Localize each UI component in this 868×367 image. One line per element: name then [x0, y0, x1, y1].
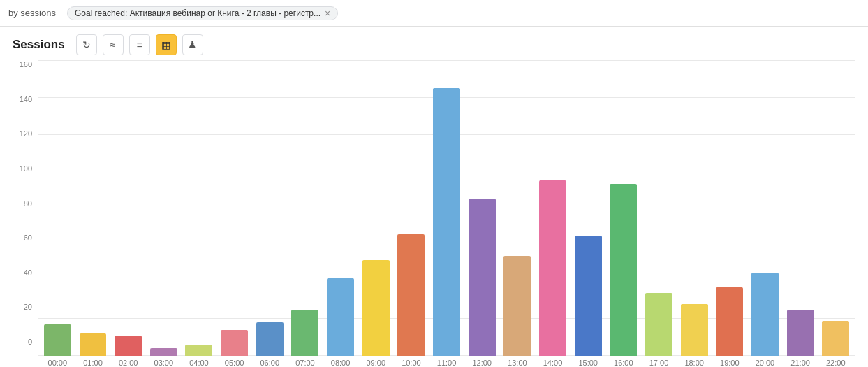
bar	[610, 184, 637, 356]
bar	[751, 273, 779, 356]
bar-group[interactable]	[536, 60, 570, 356]
chart-area: 160140120100806040200 00:0001:0002:0003:…	[0, 60, 868, 367]
bar-group[interactable]	[748, 60, 782, 356]
bar-group[interactable]	[323, 60, 358, 356]
x-label: 05:00	[217, 359, 251, 367]
y-label: 80	[24, 199, 32, 208]
y-label: 40	[24, 268, 32, 277]
bar	[822, 321, 849, 356]
bar	[681, 304, 708, 356]
x-label: 21:00	[784, 359, 818, 367]
bar-group[interactable]	[182, 60, 216, 356]
bar-group[interactable]	[677, 60, 712, 356]
x-label: 07:00	[288, 359, 323, 367]
bar-group[interactable]	[359, 60, 393, 356]
bar	[291, 310, 318, 356]
bar-group[interactable]	[818, 60, 853, 356]
bar-group[interactable]	[429, 60, 464, 356]
y-label: 60	[24, 233, 32, 242]
bar	[787, 310, 814, 356]
x-label: 06:00	[253, 359, 287, 367]
x-label: 13:00	[501, 359, 535, 367]
grid-and-bars	[38, 60, 855, 356]
chart-inner: 00:0001:0002:0003:0004:0005:0006:0007:00…	[38, 60, 855, 367]
x-label: 12:00	[465, 359, 499, 367]
user-button[interactable]: ♟	[182, 34, 203, 55]
bar-group[interactable]	[76, 60, 110, 356]
user-icon: ♟	[188, 39, 197, 50]
x-label: 01:00	[76, 359, 110, 367]
x-label: 18:00	[677, 359, 712, 367]
filter-button[interactable]: ≡	[129, 34, 150, 55]
bar	[433, 88, 460, 356]
bar-chart-button[interactable]: ▦	[156, 34, 177, 55]
bar	[645, 293, 672, 356]
x-label: 00:00	[41, 359, 75, 367]
bar-group[interactable]	[41, 60, 75, 356]
bar-group[interactable]	[465, 60, 499, 356]
bar	[327, 278, 354, 356]
bars-container	[38, 60, 855, 356]
y-axis: 160140120100806040200	[13, 60, 38, 367]
bar-group[interactable]	[217, 60, 251, 356]
y-label: 160	[20, 60, 32, 69]
x-label: 04:00	[182, 359, 216, 367]
refresh-button[interactable]: ↻	[76, 34, 97, 55]
y-label: 0	[28, 338, 32, 346]
x-label: 16:00	[607, 359, 641, 367]
x-label: 08:00	[323, 359, 358, 367]
x-label: 20:00	[748, 359, 782, 367]
y-label: 140	[20, 95, 32, 103]
x-label: 09:00	[359, 359, 393, 367]
by-sessions-label: by sessions	[8, 8, 56, 18]
comparison-icon: ≈	[110, 39, 116, 50]
bar-group[interactable]	[501, 60, 535, 356]
bar-chart-icon: ▦	[161, 39, 170, 50]
bar-group[interactable]	[712, 60, 746, 356]
bar	[469, 199, 496, 356]
sessions-toolbar: Sessions ↻≈≡▦♟	[0, 27, 868, 60]
filter-icon: ≡	[137, 39, 142, 50]
x-label: 22:00	[818, 359, 853, 367]
bar	[397, 234, 425, 356]
comparison-button[interactable]: ≈	[103, 34, 124, 55]
bar	[80, 333, 107, 356]
sessions-title: Sessions	[13, 38, 65, 52]
x-label: 17:00	[642, 359, 676, 367]
filter-tag[interactable]: Goal reached: Активация вебинар or Книга…	[67, 6, 338, 20]
bar	[362, 260, 390, 356]
x-label: 10:00	[395, 359, 429, 367]
bar-group[interactable]	[111, 60, 145, 356]
bar	[221, 330, 248, 356]
x-label: 02:00	[111, 359, 145, 367]
x-label: 14:00	[536, 359, 570, 367]
bar-group[interactable]	[571, 60, 605, 356]
bar	[575, 236, 602, 356]
bar	[44, 324, 71, 356]
bar-group[interactable]	[288, 60, 323, 356]
chart-container: 160140120100806040200 00:0001:0002:0003:…	[13, 60, 855, 367]
bar	[539, 180, 566, 356]
refresh-icon: ↻	[82, 39, 91, 50]
bar-group[interactable]	[395, 60, 429, 356]
bar	[185, 345, 212, 356]
x-label: 15:00	[571, 359, 605, 367]
bar	[503, 256, 531, 356]
bar	[150, 348, 177, 356]
y-label: 100	[20, 164, 32, 173]
bar-group[interactable]	[253, 60, 287, 356]
bar-group[interactable]	[642, 60, 676, 356]
x-label: 11:00	[429, 359, 464, 367]
y-label: 120	[20, 129, 32, 138]
bar-group[interactable]	[607, 60, 641, 356]
x-label: 03:00	[147, 359, 181, 367]
close-icon[interactable]: ×	[325, 8, 330, 18]
bar	[256, 322, 284, 356]
bar-group[interactable]	[784, 60, 818, 356]
x-label: 19:00	[712, 359, 746, 367]
x-axis: 00:0001:0002:0003:0004:0005:0006:0007:00…	[38, 356, 855, 367]
bar-group[interactable]	[147, 60, 181, 356]
y-label: 20	[24, 303, 32, 311]
bar	[115, 336, 142, 356]
top-bar: by sessions Goal reached: Активация веби…	[0, 0, 868, 27]
